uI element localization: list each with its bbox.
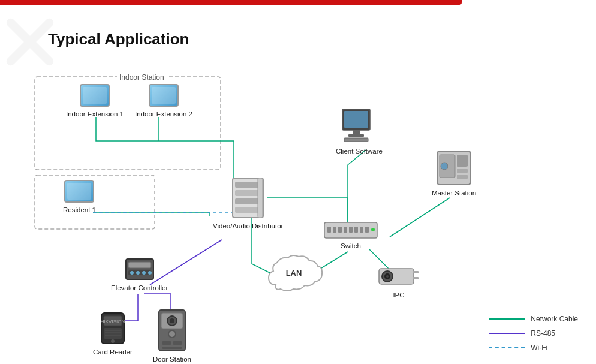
svg-rect-24 [333,227,336,233]
svg-rect-40 [128,262,151,268]
resident1-icon [64,180,94,203]
indoor-station-label: Indoor Station [117,73,167,82]
svg-rect-15 [344,138,368,142]
rs485-label: RS-485 [531,329,555,338]
watermark-icon [6,18,54,66]
svg-rect-60 [173,341,182,345]
device-card-reader: HIKVISION Card Reader [93,312,133,357]
svg-rect-7 [235,190,261,196]
indoor-ext2-icon [149,84,179,107]
svg-rect-38 [413,277,419,279]
indoor-ext2-label: Indoor Extension 2 [135,109,192,119]
svg-rect-6 [235,182,261,188]
svg-rect-30 [365,227,369,233]
elevator-controller-label: Elevator Controller [111,283,168,293]
svg-rect-49 [104,328,122,339]
legend: Network Cable RS-485 Wi-Fi [489,315,578,352]
svg-rect-23 [327,227,331,233]
svg-rect-61 [162,347,182,349]
device-indoor-ext2: Indoor Extension 2 [135,84,192,119]
elevator-controller-icon [125,258,155,281]
device-elevator-controller: Elevator Controller [111,258,168,293]
page-title: Typical Application [48,30,189,49]
legend-rs485: RS-485 [489,329,578,338]
svg-rect-25 [338,227,342,233]
card-reader-icon: HIKVISION [100,312,125,345]
master-station-label: Master Station [432,188,476,198]
svg-point-53 [111,339,115,343]
device-switch: Switch [324,222,378,251]
indoor-ext1-label: Indoor Extension 1 [66,109,124,119]
wifi-line [489,347,525,348]
svg-rect-10 [258,178,263,218]
top-bar [0,0,462,5]
svg-point-57 [170,318,174,323]
ipc-label: IPC [393,290,404,300]
ipc-icon [378,264,420,288]
client-software-icon [339,108,378,144]
device-indoor-ext1: Indoor Extension 1 [66,84,124,119]
client-software-label: Client Software [336,146,383,156]
svg-rect-18 [457,155,468,167]
svg-rect-9 [235,207,261,213]
svg-rect-19 [457,169,468,173]
door-station-icon [158,309,186,352]
device-client-software: Client Software [336,108,383,156]
svg-point-58 [168,330,176,338]
wifi-label: Wi-Fi [531,344,547,352]
device-resident1: Resident 1 [63,180,96,215]
indoor-ext1-icon [80,84,110,107]
distributor-icon [231,177,264,219]
svg-rect-26 [344,227,347,233]
svg-point-36 [386,275,389,278]
svg-rect-2 [35,77,221,170]
diagram: Indoor Station Indoor Extension 1 Indoor… [0,60,596,364]
svg-rect-27 [349,227,353,233]
switch-label: Switch [341,241,361,251]
svg-rect-37 [413,271,419,273]
svg-text:HIKVISION: HIKVISION [101,319,125,324]
network-cable-line [489,318,525,320]
network-cable-label: Network Cable [531,315,578,323]
svg-rect-28 [354,227,358,233]
switch-icon [324,222,378,239]
distributor-label: Video/Audio Distributor [213,221,283,231]
svg-point-31 [371,228,375,231]
legend-wifi: Wi-Fi [489,344,578,352]
lan-icon: LAN [264,252,324,294]
device-door-station: Door Station [153,309,191,364]
rs485-line [489,333,525,334]
svg-rect-8 [235,198,261,204]
svg-point-42 [130,271,134,275]
svg-rect-59 [162,341,171,345]
svg-point-45 [148,271,152,275]
svg-point-21 [441,163,448,170]
svg-rect-20 [457,175,468,179]
resident1-label: Resident 1 [63,205,96,215]
svg-point-44 [142,271,146,275]
svg-rect-14 [348,134,364,137]
svg-rect-29 [360,227,363,233]
device-distributor: Video/Audio Distributor [213,177,283,231]
svg-text:LAN: LAN [286,269,302,278]
card-reader-label: Card Reader [93,347,133,357]
svg-point-43 [136,271,140,275]
svg-rect-12 [344,111,368,128]
device-lan: LAN [264,252,324,296]
door-station-label: Door Station [153,354,191,364]
device-ipc: IPC [378,264,420,300]
master-station-icon [436,150,472,186]
svg-rect-13 [353,130,360,135]
device-master-station: Master Station [432,150,476,198]
legend-network-cable: Network Cable [489,315,578,323]
